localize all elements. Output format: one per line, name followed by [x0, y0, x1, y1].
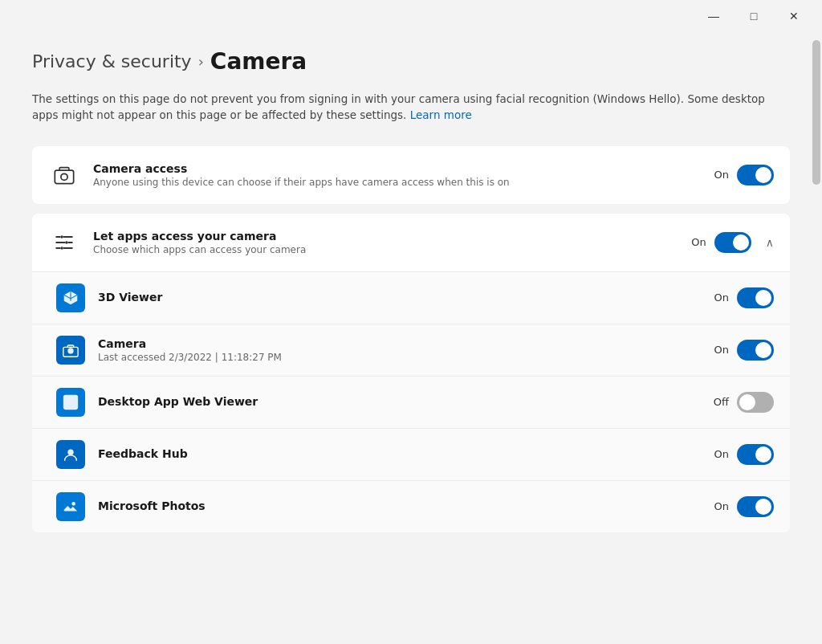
- camera-access-toggle[interactable]: [737, 165, 774, 185]
- main-content: Privacy & security › Camera The settings…: [0, 32, 822, 644]
- svg-rect-0: [55, 170, 73, 183]
- photos-control: On: [714, 496, 774, 517]
- camera-access-icon: [48, 159, 80, 191]
- camera-app-control: On: [714, 340, 774, 361]
- camera-app-icon: [56, 336, 85, 365]
- webviewer-name: Desktop App Web Viewer: [98, 395, 714, 408]
- feedbackhub-text: Feedback Hub: [98, 447, 714, 462]
- photos-icon: [56, 492, 85, 521]
- photos-toggle[interactable]: [737, 496, 774, 517]
- camera-app-toggle[interactable]: [737, 340, 774, 361]
- 3dviewer-icon: [56, 283, 85, 312]
- camera-access-card: Camera access Anyone using this device c…: [32, 146, 790, 204]
- window-controls: — □ ✕: [695, 4, 812, 28]
- close-button[interactable]: ✕: [775, 4, 812, 28]
- 3dviewer-toggle[interactable]: [737, 287, 774, 308]
- webviewer-control: Off: [714, 392, 774, 413]
- 3dviewer-text: 3D Viewer: [98, 291, 714, 305]
- page-description: The settings on this page do not prevent…: [32, 91, 771, 124]
- let-apps-subtitle: Choose which apps can access your camera: [93, 244, 691, 255]
- let-apps-title: Let apps access your camera: [93, 230, 691, 243]
- let-apps-toggle[interactable]: [714, 232, 751, 253]
- svg-point-10: [60, 247, 63, 250]
- app-row-3dviewer: 3D Viewer On: [32, 272, 790, 324]
- svg-point-11: [67, 348, 73, 353]
- svg-point-8: [60, 235, 63, 238]
- feedbackhub-status: On: [714, 448, 729, 460]
- camera-access-control: On: [714, 165, 774, 185]
- breadcrumb-separator: ›: [198, 53, 204, 70]
- camera-app-subtitle: Last accessed 2/3/2022 | 11:18:27 PM: [98, 352, 714, 363]
- svg-rect-13: [63, 394, 78, 409]
- app-row-webviewer: Desktop App Web Viewer Off: [32, 377, 790, 429]
- expand-icon[interactable]: ∧: [766, 236, 774, 249]
- svg-point-9: [65, 241, 68, 244]
- webviewer-icon: [56, 388, 85, 417]
- breadcrumb-current: Camera: [210, 48, 307, 75]
- svg-point-15: [71, 502, 75, 506]
- svg-point-14: [67, 449, 73, 454]
- app-row-camera: Camera Last accessed 2/3/2022 | 11:18:27…: [32, 324, 790, 377]
- maximize-button[interactable]: □: [735, 4, 772, 28]
- let-apps-control: On ∧: [691, 232, 774, 253]
- app-row-feedbackhub: Feedback Hub On: [32, 429, 790, 481]
- feedbackhub-toggle[interactable]: [737, 444, 774, 465]
- camera-access-row: Camera access Anyone using this device c…: [32, 146, 790, 204]
- let-apps-icon: [48, 226, 80, 259]
- feedbackhub-control: On: [714, 444, 774, 465]
- learn-more-link[interactable]: Learn more: [410, 108, 472, 121]
- photos-status: On: [714, 500, 729, 512]
- camera-access-status: On: [714, 169, 729, 181]
- 3dviewer-name: 3D Viewer: [98, 291, 714, 304]
- webviewer-toggle[interactable]: [737, 392, 774, 413]
- webviewer-text: Desktop App Web Viewer: [98, 395, 714, 410]
- let-apps-status: On: [691, 236, 706, 248]
- breadcrumb-parent[interactable]: Privacy & security: [32, 51, 192, 71]
- breadcrumb: Privacy & security › Camera: [32, 48, 790, 75]
- app-row-photos: Microsoft Photos On: [32, 481, 790, 532]
- camera-app-status: On: [714, 344, 729, 356]
- 3dviewer-status: On: [714, 291, 729, 304]
- camera-app-name: Camera: [98, 337, 714, 350]
- let-apps-card: Let apps access your camera Choose which…: [32, 214, 790, 532]
- let-apps-row: Let apps access your camera Choose which…: [32, 214, 790, 272]
- camera-access-text: Camera access Anyone using this device c…: [93, 162, 714, 188]
- webviewer-status: Off: [714, 396, 729, 408]
- let-apps-text: Let apps access your camera Choose which…: [93, 230, 691, 255]
- photos-text: Microsoft Photos: [98, 499, 714, 514]
- svg-point-1: [61, 173, 67, 180]
- photos-name: Microsoft Photos: [98, 499, 714, 512]
- feedbackhub-icon: [56, 440, 85, 469]
- minimize-button[interactable]: —: [695, 4, 732, 28]
- 3dviewer-control: On: [714, 287, 774, 308]
- camera-access-title: Camera access: [93, 162, 714, 175]
- camera-access-subtitle: Anyone using this device can choose if t…: [93, 177, 714, 188]
- title-bar: — □ ✕: [0, 0, 822, 32]
- feedbackhub-name: Feedback Hub: [98, 447, 714, 460]
- camera-app-text: Camera Last accessed 2/3/2022 | 11:18:27…: [98, 337, 714, 363]
